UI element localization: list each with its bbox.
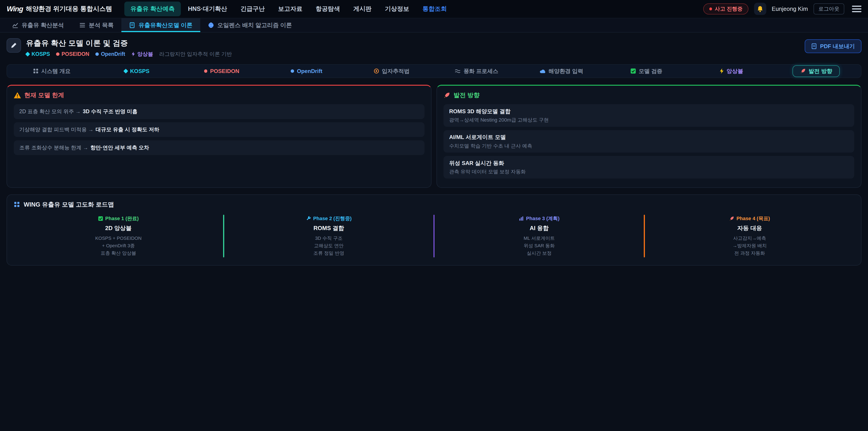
globe-icon	[208, 22, 214, 28]
section-nav-item-ocean-input[interactable]: 해양환경 입력	[519, 65, 604, 78]
phase-badge: Phase 1 (완료)	[105, 215, 139, 222]
badge-poseidon: POSEIDON	[56, 51, 89, 57]
sub-tab-bar: 유출유 확산분석 분석 목록 유출유확산모델 이론 오일펜스 배치 알고리즘 이…	[0, 18, 868, 33]
pen-icon	[10, 42, 18, 49]
notifications-button[interactable]	[754, 3, 766, 15]
circle-icon	[95, 53, 99, 56]
future-row: 위성 SAR 실시간 동화 관측 유막 데이터 모델 보정 자동화	[443, 156, 854, 179]
top-nav-item-weather-info[interactable]: 기상정보	[379, 2, 415, 16]
section-nav-item-overview[interactable]: 시스템 개요	[9, 65, 94, 78]
rocket-icon	[729, 216, 734, 221]
tab-spill-model-theory[interactable]: 유출유확산모델 이론	[121, 18, 200, 32]
grid-icon	[33, 68, 38, 74]
section-nav-item-particle-tracking[interactable]: 입자추적법	[349, 65, 434, 78]
phase-title: 2D 앙상블	[14, 224, 223, 232]
tab-oil-fence-theory[interactable]: 오일펜스 배치 알고리즘 이론	[200, 18, 300, 32]
bell-icon	[757, 6, 763, 12]
incident-status-label: 사고 진행중	[715, 5, 743, 12]
tab-analysis-list[interactable]: 분석 목록	[72, 18, 121, 32]
roadmap-phase-1: Phase 1 (완료) 2D 앙상블 KOSPS + POSEIDON + O…	[14, 214, 223, 258]
section-nav-item-future-direction[interactable]: 발전 방향	[774, 65, 859, 78]
diamond-icon	[25, 52, 30, 57]
roadmap-phase-4: Phase 4 (목표) 자동 대응 사고감지→예측 →방제자원 배치 전 과정…	[645, 214, 854, 258]
future-directions-panel: 발전 방향 ROMS 3D 해양모델 결합 광역→상세역 Nesting 200…	[436, 85, 862, 188]
limitations-title: 현재 모델 한계	[24, 91, 64, 99]
active-section-pill: 발전 방향	[793, 65, 840, 77]
list-icon	[79, 22, 86, 28]
phase-badge: Phase 3 (계획)	[526, 215, 559, 222]
pdf-icon	[811, 43, 817, 49]
model-badges-row: KOSPS POSEIDON OpenDrift 앙상블 라그랑지안 입자추적 …	[26, 51, 232, 58]
logout-button[interactable]: 로그아웃	[813, 3, 844, 15]
limitation-row: 조류 조화상수 분해능 한계 → 항만·연안 세부 예측 오차	[14, 140, 425, 155]
line-chart-icon	[12, 22, 18, 28]
top-nav-item-board[interactable]: 게시판	[347, 2, 378, 16]
phase-title: AI 융합	[434, 224, 644, 232]
rocket-icon	[443, 92, 450, 98]
circle-icon	[56, 53, 59, 56]
section-nav-item-opendrift[interactable]: OpenDrift	[264, 65, 349, 78]
limitations-panel-header: 현재 모델 한계	[14, 91, 425, 99]
grid-icon	[14, 202, 20, 208]
phase-title: 자동 대응	[645, 224, 854, 232]
document-icon	[129, 22, 135, 28]
top-nav-item-hns-atmospheric[interactable]: HNS·대기확산	[182, 2, 233, 16]
diamond-icon	[123, 69, 128, 73]
wrench-icon	[306, 216, 311, 221]
waves-icon	[455, 69, 461, 74]
page-title: 유출유 확산 모델 이론 및 검증	[26, 38, 232, 49]
section-nav-item-weathering[interactable]: 풍화 프로세스	[434, 65, 519, 78]
future-title: 발전 방향	[454, 91, 479, 99]
bolt-icon	[131, 52, 135, 57]
menu-icon	[852, 6, 862, 7]
limitations-panel: 현재 모델 한계 2D 표층 확산 모의 위주 → 3D 수직 구조 반영 미흡…	[6, 85, 432, 188]
top-nav-items: 유출유 확산예측 HNS·대기확산 긴급구난 보고자료 항공탐색 게시판 기상정…	[124, 2, 698, 16]
section-nav-item-model-validation[interactable]: 모델 검증	[604, 65, 689, 78]
cloud-icon	[539, 69, 546, 73]
pdf-export-button[interactable]: PDF 내보내기	[805, 39, 862, 53]
top-nav-item-aerial-search[interactable]: 항공탐색	[310, 2, 346, 16]
menu-button[interactable]	[852, 6, 862, 12]
phase-title: ROMS 결합	[224, 224, 434, 232]
top-nav-item-integrated-search[interactable]: 통합조회	[416, 2, 453, 16]
top-nav-item-oil-spill-forecast[interactable]: 유출유 확산예측	[124, 2, 181, 16]
tab-oil-spill-analysis[interactable]: 유출유 확산분석	[4, 18, 72, 32]
top-nav-item-reports[interactable]: 보고자료	[272, 2, 309, 16]
roadmap-panel: WING 유출유 모델 고도화 로드맵 Phase 1 (완료) 2D 앙상블 …	[6, 194, 861, 266]
user-name: Eunjeong Kim	[772, 6, 808, 12]
roadmap-phase-2: Phase 2 (진행중) ROMS 결합 3D 수직 구조 고해상도 연안 조…	[224, 214, 434, 258]
incident-status-badge[interactable]: 사고 진행중	[703, 3, 748, 15]
section-nav-item-kosps[interactable]: KOSPS	[94, 65, 179, 78]
future-panel-header: 발전 방향	[443, 91, 854, 99]
section-nav-item-poseidon[interactable]: POSEIDON	[179, 65, 264, 78]
app-title: 해양환경 위기대응 통합시스템	[26, 4, 112, 13]
limitation-row: 2D 표층 확산 모의 위주 → 3D 수직 구조 반영 미흡	[14, 104, 425, 119]
future-row: ROMS 3D 해양모델 결합 광역→상세역 Nesting 200m급 고해상…	[443, 104, 854, 127]
page-icon	[6, 38, 21, 53]
phase-badge: Phase 2 (진행중)	[313, 215, 351, 222]
limitation-row: 기상해양 결합 피드백 미적용 → 대규모 유출 시 정확도 저하	[14, 122, 425, 137]
bar-chart-icon	[519, 216, 524, 221]
warning-icon	[14, 92, 21, 98]
section-nav: 시스템 개요 KOSPS POSEIDON OpenDrift 입자추적법 풍화…	[6, 64, 861, 78]
rocket-icon	[800, 68, 806, 74]
top-nav: Wing 해양환경 위기대응 통합시스템 유출유 확산예측 HNS·대기확산 긴…	[0, 0, 868, 18]
badge-opendrift: OpenDrift	[95, 51, 125, 57]
roadmap-phase-3: Phase 3 (계획) AI 융합 ML 서로게이트 위성 SAR 동화 실시…	[434, 214, 644, 258]
page-title-block: 유출유 확산 모델 이론 및 검증 KOSPS POSEIDON OpenDri…	[26, 38, 232, 58]
page-subtitle: 라그랑지안 입자추적 이론 기반	[159, 51, 232, 58]
roadmap-phases: Phase 1 (완료) 2D 앙상블 KOSPS + POSEIDON + O…	[14, 214, 855, 258]
top-nav-item-emergency-rescue[interactable]: 긴급구난	[235, 2, 271, 16]
circle-icon	[291, 69, 294, 73]
circle-icon	[204, 69, 208, 73]
phase-badge: Phase 4 (목표)	[737, 215, 770, 222]
badge-ensemble: 앙상블	[131, 51, 153, 58]
wing-logo: Wing	[6, 5, 23, 13]
target-icon	[374, 68, 379, 74]
top-nav-right: 사고 진행중 Eunjeong Kim 로그아웃	[703, 3, 862, 15]
roadmap-header: WING 유출유 모델 고도화 로드맵	[14, 201, 855, 209]
badge-kosps: KOSPS	[26, 51, 50, 57]
section-nav-item-ensemble[interactable]: 앙상블	[689, 65, 774, 78]
page-header: 유출유 확산 모델 이론 및 검증 KOSPS POSEIDON OpenDri…	[0, 33, 868, 57]
check-square-icon	[630, 68, 636, 74]
